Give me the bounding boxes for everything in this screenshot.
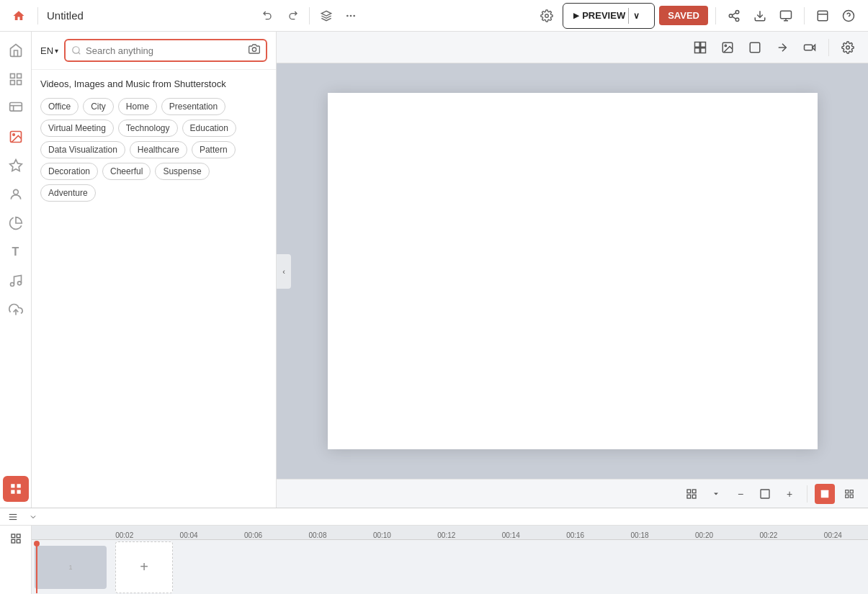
sidebar-music-icon[interactable] <box>3 268 29 294</box>
sidebar-home-icon[interactable] <box>3 37 29 63</box>
sidebar-upload-icon[interactable] <box>3 297 29 323</box>
svg-point-26 <box>12 134 14 136</box>
sidebar-photos-icon[interactable] <box>3 124 29 150</box>
present-button[interactable] <box>775 5 797 27</box>
ruler-mark-4: 00:08 <box>285 531 349 539</box>
tag-pattern[interactable]: Pattern <box>192 141 236 158</box>
layers-button[interactable] <box>316 5 337 27</box>
share-button[interactable] <box>723 5 745 27</box>
divider-4 <box>804 7 805 24</box>
canvas-viewport: ‹ <box>277 63 868 479</box>
view-single-button[interactable] <box>815 484 835 504</box>
home-button[interactable] <box>9 6 29 26</box>
svg-rect-63 <box>17 534 20 538</box>
canvas-image-button[interactable] <box>716 36 739 59</box>
svg-rect-52 <box>692 495 696 498</box>
ruler-mark-7: 00:14 <box>479 531 543 539</box>
ruler-mark-12: 00:24 <box>801 531 865 539</box>
settings-button[interactable] <box>535 4 558 27</box>
sidebar-text-icon[interactable]: T <box>3 239 29 265</box>
view-grid-button[interactable] <box>839 484 859 504</box>
zoom-out-button[interactable]: − <box>730 484 751 504</box>
svg-point-3 <box>353 14 355 17</box>
search-icon <box>71 45 81 55</box>
svg-rect-20 <box>10 81 14 85</box>
svg-rect-50 <box>692 490 696 493</box>
svg-point-37 <box>252 48 256 51</box>
help-button[interactable] <box>838 5 859 27</box>
download-button[interactable] <box>749 5 771 27</box>
timeline-tracks-area: 00:02 00:04 00:06 00:08 00:10 00:12 00:1… <box>32 526 868 594</box>
tag-office[interactable]: Office <box>40 98 79 115</box>
sidebar-apps-icon[interactable] <box>3 476 29 502</box>
saved-button[interactable]: SAVED <box>659 6 708 25</box>
lang-chevron-icon: ▾ <box>55 47 58 55</box>
canvas-arrow-button[interactable] <box>771 36 794 59</box>
collapse-panel-button[interactable]: ‹ <box>277 254 291 289</box>
zoom-grid-button[interactable] <box>681 484 702 504</box>
tag-education[interactable]: Education <box>182 120 236 137</box>
svg-rect-41 <box>701 48 706 53</box>
tag-presentation[interactable]: Presentation <box>161 98 225 115</box>
preview-label: PREVIEW <box>582 10 625 21</box>
tag-decoration[interactable]: Decoration <box>40 163 98 180</box>
camera-search-icon[interactable] <box>249 43 260 58</box>
timeline-menu-button[interactable] <box>6 510 20 524</box>
add-track-button[interactable]: + <box>115 541 173 593</box>
sidebar-brand-icon[interactable] <box>3 153 29 179</box>
tag-suspense[interactable]: Suspense <box>155 163 209 180</box>
track-thumbnail[interactable]: 1 <box>35 546 107 589</box>
canvas-video-button[interactable] <box>798 36 821 59</box>
search-input[interactable] <box>86 45 244 56</box>
undo-button[interactable] <box>257 5 279 27</box>
redo-button[interactable] <box>282 5 303 27</box>
canvas-layout-button[interactable] <box>689 36 712 59</box>
ruler-mark-3: 00:06 <box>221 531 285 539</box>
tag-virtual-meeting[interactable]: Virtual Meeting <box>40 120 114 137</box>
timeline-body: 00:02 00:04 00:06 00:08 00:10 00:12 00:1… <box>0 526 868 594</box>
sidebar-avatar-icon[interactable] <box>3 181 29 207</box>
svg-line-9 <box>732 12 735 14</box>
canvas-slide[interactable] <box>328 93 818 449</box>
preview-dropdown[interactable]: ∨ <box>628 8 644 24</box>
timeline-collapse-button[interactable] <box>26 510 40 524</box>
tag-cheerful[interactable]: Cheerful <box>102 163 151 180</box>
tag-adventure[interactable]: Adventure <box>40 184 96 202</box>
svg-rect-44 <box>750 42 760 53</box>
zoom-divider <box>807 485 807 503</box>
preview-button[interactable]: ▶ PREVIEW ∨ <box>563 3 655 29</box>
zoom-fit-button[interactable] <box>755 484 775 504</box>
ruler-marks: 00:02 00:04 00:06 00:08 00:10 00:12 00:1… <box>35 531 865 539</box>
canvas-settings-button[interactable] <box>836 36 859 59</box>
language-selector[interactable]: EN ▾ <box>40 45 58 56</box>
sidebar-charts-icon[interactable] <box>3 210 29 236</box>
playhead[interactable] <box>36 541 37 593</box>
tag-home[interactable]: Home <box>118 98 157 115</box>
timeline-track-icon[interactable] <box>6 528 26 549</box>
search-area: EN ▾ <box>32 32 276 70</box>
tag-technology[interactable]: Technology <box>118 120 178 137</box>
tag-healthcare[interactable]: Healthcare <box>130 141 187 158</box>
sidebar-templates-icon[interactable] <box>3 95 29 121</box>
more-button[interactable] <box>340 5 362 27</box>
tag-city[interactable]: City <box>83 98 114 115</box>
svg-rect-49 <box>687 490 691 493</box>
ruler-mark-11: 00:22 <box>736 531 800 539</box>
playhead-marker <box>34 541 40 546</box>
svg-rect-46 <box>805 45 813 50</box>
svg-point-2 <box>350 14 352 17</box>
zoom-in-button[interactable]: + <box>779 484 800 504</box>
svg-line-36 <box>79 53 81 55</box>
document-button[interactable] <box>812 5 833 27</box>
svg-rect-38 <box>695 42 700 47</box>
track-row: 1 + <box>35 541 865 593</box>
sidebar-elements-icon[interactable] <box>3 66 29 92</box>
timeline-header <box>0 508 868 526</box>
canvas-shape-button[interactable] <box>743 36 766 59</box>
svg-rect-14 <box>818 11 828 21</box>
svg-rect-53 <box>761 490 769 498</box>
tags-container: Office City Home Presentation Virtual Me… <box>40 98 267 202</box>
tag-data-visualization[interactable]: Data Visualization <box>40 141 125 158</box>
ruler-mark-5: 00:10 <box>350 531 414 539</box>
zoom-dropdown-button[interactable] <box>706 484 726 504</box>
